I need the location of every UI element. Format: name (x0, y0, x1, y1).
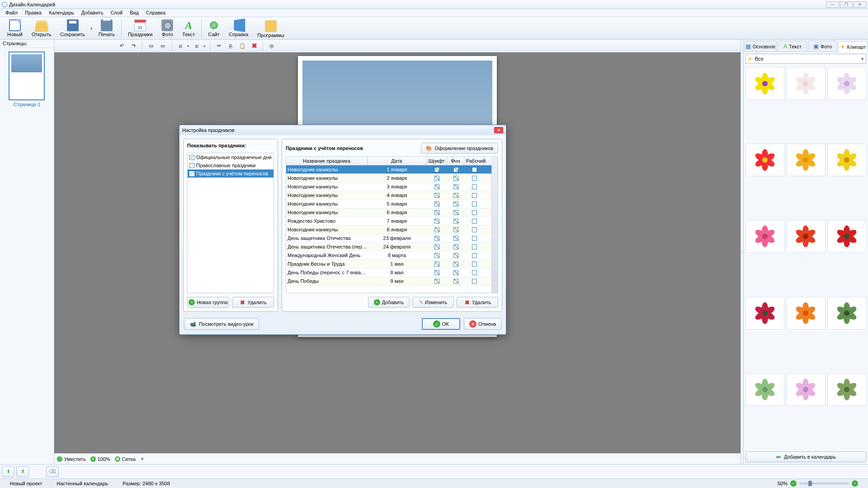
bg-checkbox[interactable] (453, 227, 458, 232)
tab-текст[interactable]: AТекст (778, 41, 807, 52)
maximize-button[interactable]: ❐ (840, 1, 853, 8)
font-checkbox[interactable] (434, 270, 439, 275)
work-checkbox[interactable] (472, 270, 477, 275)
font-checkbox[interactable] (434, 236, 439, 241)
category-checkbox[interactable] (189, 163, 194, 168)
new-group-button[interactable]: +Новая группа (187, 297, 229, 308)
work-checkbox[interactable] (472, 244, 477, 249)
work-checkbox[interactable] (472, 193, 477, 198)
clipart-item[interactable] (827, 220, 866, 253)
work-checkbox[interactable] (472, 167, 477, 172)
close-button[interactable]: ✕ (854, 1, 866, 8)
menu-файл[interactable]: Файл (2, 9, 21, 17)
work-checkbox[interactable] (472, 262, 477, 267)
dock-insert-button[interactable]: ⬆ (16, 466, 29, 477)
holidays-button[interactable]: Праздники (123, 19, 157, 38)
paste-button[interactable]: 📋 (237, 41, 248, 51)
table-row[interactable]: Новогодние каникулы5 января (286, 200, 491, 208)
clipart-item[interactable] (786, 67, 825, 100)
bg-checkbox[interactable] (453, 210, 458, 215)
edit-holiday-button[interactable]: ✎Изменить (412, 297, 454, 308)
bg-checkbox[interactable] (453, 202, 458, 206)
font-checkbox[interactable] (434, 227, 439, 232)
table-row[interactable]: Новогодние каникулы3 января (286, 183, 491, 191)
table-row[interactable]: День Победы9 мая (286, 277, 491, 286)
zoom-out-button[interactable]: − (790, 480, 797, 487)
table-row[interactable]: Праздник Весны и Труда1 мая (286, 260, 491, 268)
bg-checkbox[interactable] (453, 176, 458, 181)
category-item[interactable]: Официальные праздничные дни (188, 153, 274, 161)
table-row[interactable]: Рождество Христово7 января (286, 217, 491, 225)
bg-checkbox[interactable] (453, 244, 458, 249)
dock-remove-button[interactable]: ⌫ (46, 466, 59, 477)
font-checkbox[interactable] (434, 193, 439, 198)
font-checkbox[interactable] (434, 279, 439, 284)
minimize-button[interactable]: — (826, 1, 839, 8)
clipart-item[interactable] (786, 297, 825, 329)
dock-add-button[interactable]: ⬆ (2, 466, 14, 477)
align-button-1[interactable]: ⎚ (175, 41, 186, 51)
table-row[interactable]: Новогодние каникулы2 января (286, 174, 491, 183)
font-checkbox[interactable] (434, 202, 439, 206)
table-row[interactable]: День защитника Отечества23 февраля (286, 234, 491, 243)
delete-holiday-button[interactable]: ✖Удалить (457, 297, 498, 308)
photo-button[interactable]: Фото (157, 19, 178, 38)
category-item[interactable]: Праздники с учётом переносов (188, 169, 274, 178)
bg-checkbox[interactable] (453, 279, 458, 284)
bg-checkbox[interactable] (453, 184, 458, 189)
category-item[interactable]: Православные праздники (188, 161, 274, 169)
menu-календарь[interactable]: Календарь (45, 9, 78, 17)
delete-group-button[interactable]: ✖Удалить (232, 297, 274, 308)
save-button[interactable]: Сохранить (56, 19, 90, 38)
font-checkbox[interactable] (434, 253, 439, 258)
open-button[interactable]: Открыть (27, 19, 56, 38)
clipart-item[interactable] (827, 373, 866, 406)
preview-button[interactable]: ◎ (266, 41, 277, 51)
clipart-item[interactable] (786, 373, 825, 406)
new-button[interactable]: Новый (3, 19, 27, 38)
font-checkbox[interactable] (434, 167, 439, 172)
category-checkbox[interactable] (189, 155, 194, 160)
table-row[interactable]: День защитника Отечества (перено...24 фе… (286, 243, 491, 251)
bg-checkbox[interactable] (453, 219, 458, 224)
add-holiday-button[interactable]: +Добавить (368, 297, 410, 308)
table-row[interactable]: День Победы (перенос с 7 января)8 мая (286, 268, 491, 277)
page-thumbnail[interactable]: Страница 1 (9, 52, 46, 107)
clipart-item[interactable] (745, 220, 784, 253)
work-checkbox[interactable] (472, 219, 477, 224)
help-button[interactable]: Справка (224, 19, 253, 38)
cut-button[interactable]: ✂ (213, 41, 224, 51)
holiday-design-button[interactable]: 🎨 Оформление праздников (421, 143, 498, 154)
tab-основное[interactable]: ▦Основное (744, 41, 777, 52)
work-checkbox[interactable] (472, 202, 477, 206)
copy-button[interactable]: ⎘ (225, 41, 236, 51)
clipart-item[interactable] (745, 144, 784, 176)
clipart-item[interactable] (786, 144, 825, 176)
undo-button[interactable]: ↶ (116, 41, 127, 51)
work-checkbox[interactable] (472, 176, 477, 181)
table-row[interactable]: Новогодние каникулы8 января (286, 225, 491, 234)
delete-button[interactable]: ✖ (249, 41, 259, 51)
menu-вид[interactable]: Вид (126, 9, 142, 17)
grid-button[interactable]: ▦Сетка▾ (115, 456, 144, 462)
clipart-item[interactable] (827, 67, 866, 100)
menu-слой[interactable]: Слой (107, 9, 126, 17)
clipart-item[interactable] (745, 373, 784, 406)
video-tutorial-button[interactable]: 📹 Посмотреть видео-урок (184, 318, 259, 330)
clipart-item[interactable] (786, 220, 825, 253)
tab-фото[interactable]: ▣Фото (808, 41, 837, 52)
add-to-calendar-button[interactable]: ⬅ Добавить в календарь (745, 451, 866, 462)
zoom-100-button[interactable]: ●100% (90, 456, 110, 462)
clipart-item[interactable] (745, 297, 784, 329)
text-button[interactable]: AТекст (178, 19, 199, 38)
font-checkbox[interactable] (434, 210, 439, 215)
menu-правка[interactable]: Правка (21, 9, 45, 17)
site-button[interactable]: Сайт (203, 19, 224, 38)
work-checkbox[interactable] (472, 184, 477, 189)
work-checkbox[interactable] (472, 253, 477, 258)
menu-добавить[interactable]: Добавить (78, 9, 107, 17)
zoom-in-button[interactable]: + (852, 480, 858, 487)
menu-справка[interactable]: Справка (142, 9, 169, 17)
work-checkbox[interactable] (472, 279, 477, 284)
send-back-button[interactable]: ▭ (157, 41, 168, 51)
